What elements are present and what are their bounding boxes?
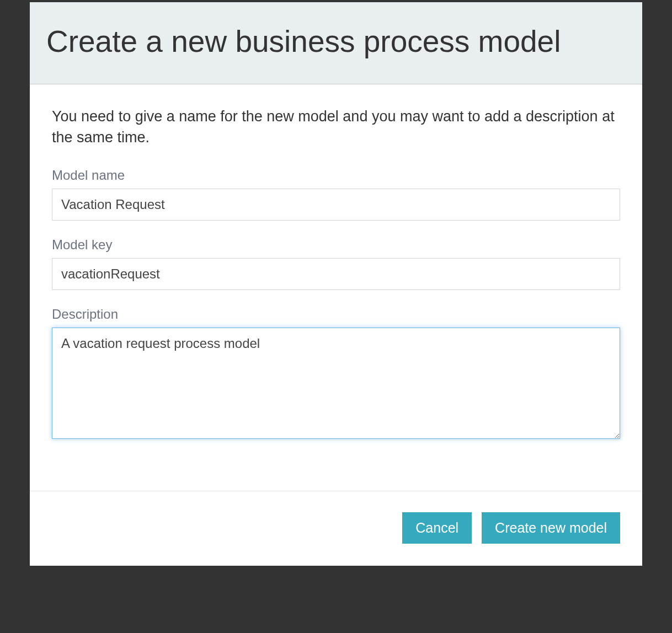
cancel-button[interactable]: Cancel [402,512,472,544]
create-model-button[interactable]: Create new model [482,512,620,544]
model-name-label: Model name [52,168,620,183]
dialog-footer: Cancel Create new model [30,491,642,566]
model-name-input[interactable] [52,189,620,221]
description-textarea[interactable] [52,328,620,439]
create-model-dialog: Create a new business process model You … [30,2,642,566]
intro-text: You need to give a name for the new mode… [52,106,620,148]
model-key-label: Model key [52,237,620,253]
model-key-input[interactable] [52,258,620,290]
dialog-header: Create a new business process model [30,2,642,84]
dialog-body: You need to give a name for the new mode… [30,84,642,491]
description-group: Description [52,307,620,441]
dialog-title: Create a new business process model [46,24,626,59]
model-name-group: Model name [52,168,620,221]
description-label: Description [52,307,620,322]
model-key-group: Model key [52,237,620,290]
